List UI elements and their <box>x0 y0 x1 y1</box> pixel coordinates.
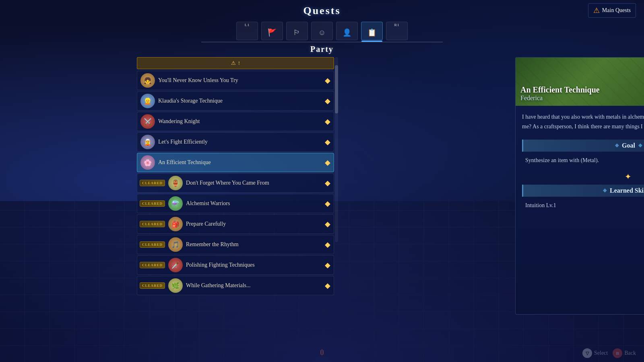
tab-r1-label: R1 <box>394 23 400 27</box>
flag1-icon: 🚩 <box>268 28 277 37</box>
page-title: Quests <box>303 5 341 16</box>
goal-label: Goal <box>622 142 635 149</box>
tab-l1-label: L1 <box>245 23 250 27</box>
main-container: Quests L1 🚩 🏳 ☺ 👤 📋 R1 Party <box>0 0 644 362</box>
scrollbar-thumb[interactable] <box>335 65 338 113</box>
detail-description: I have heard that you also work with met… <box>522 112 644 132</box>
tab-face[interactable]: ☺ <box>311 22 333 40</box>
quest-item-2[interactable]: 👱 Klaudia's Storage Technique ◆ <box>137 91 334 111</box>
warning-banner: ⚠ ! <box>137 57 334 69</box>
flag2-icon: 🏳 <box>293 29 301 37</box>
cleared-badge-9: CLEARED <box>140 241 165 248</box>
quest-item-10[interactable]: CLEARED 🗡️ Polishing Fighting Techniques… <box>137 255 334 275</box>
warning-text: ! <box>238 60 240 66</box>
quest-item-8[interactable]: CLEARED 🎒 Prepare Carefully ◆ <box>137 214 334 234</box>
quest-gem-7: ◆ <box>325 199 330 208</box>
quest-gem-4: ◆ <box>325 138 330 146</box>
nav-tabs: L1 🚩 🏳 ☺ 👤 📋 R1 <box>201 22 443 42</box>
quest-gem-6: ◆ <box>325 179 330 187</box>
quest-gem-8: ◆ <box>325 220 330 228</box>
skill-section-header: Learned Skill <box>522 185 644 197</box>
skill-label: Learned Skill <box>610 187 644 194</box>
quest-avatar-7: ⚗️ <box>168 196 183 211</box>
quest-name-9: Remember the Rhythm <box>186 241 325 248</box>
quest-gem-9: ◆ <box>325 240 330 249</box>
detail-char-name: Federica <box>520 95 600 102</box>
quest-name-8: Prepare Carefully <box>186 221 325 227</box>
face-icon: ☺ <box>318 29 326 37</box>
quest-item-11[interactable]: CLEARED 🌿 While Gathering Materials... ◆ <box>137 276 334 295</box>
quest-avatar-6: 🏺 <box>168 176 183 190</box>
detail-header-image: An Efficient Technique Federica <box>516 58 644 106</box>
quest-item-3[interactable]: ⚔️ Wandering Knight ◆ <box>137 112 334 131</box>
detail-quest-name: An Efficient Technique <box>520 85 600 95</box>
quest-avatar-8: 🎒 <box>168 217 183 231</box>
cleared-badge-11: CLEARED <box>140 282 165 289</box>
goal-row: Synthesize an item with (Metal). 0/ 5 <box>522 156 644 165</box>
quest-gem-11: ◆ <box>325 281 330 290</box>
tab-r1[interactable]: R1 <box>386 22 408 40</box>
quest-item-4[interactable]: 🧝 Let's Fight Efficiently ◆ <box>137 132 334 152</box>
quest-gem-2: ◆ <box>325 97 330 105</box>
quest-name-10: Polishing Fighting Techniques <box>186 262 325 268</box>
cleared-badge-7: CLEARED <box>140 200 165 207</box>
quest-gem-10: ◆ <box>325 261 330 269</box>
detail-title-area: An Efficient Technique Federica <box>520 85 600 102</box>
quest-avatar-11: 🌿 <box>168 278 183 293</box>
quest-list: ⚠ ! 👧 You'll Never Know Unless You Try ◆… <box>137 57 334 296</box>
quest-name-2: Klaudia's Storage Technique <box>158 98 325 104</box>
tab-flag2[interactable]: 🏳 <box>286 22 308 40</box>
learned-skill-name: Intuition Lv.1 <box>522 201 644 210</box>
quest-name-7: Alchemist Warriors <box>186 200 325 207</box>
quest-avatar-4: 🧝 <box>140 135 155 149</box>
quest-avatar-2: 👱 <box>140 94 155 108</box>
quest-item-5[interactable]: 🌸 An Efficient Technique ◆ <box>137 153 334 172</box>
quest-gem-5: ◆ <box>325 158 330 167</box>
goal-section-header: Goal <box>522 140 644 152</box>
quest-name-1: You'll Never Know Unless You Try <box>158 77 325 84</box>
detail-panel: An Efficient Technique Federica I have h… <box>515 57 644 315</box>
document-icon: 📋 <box>367 28 376 37</box>
person-icon: 👤 <box>343 28 351 37</box>
cleared-badge-10: CLEARED <box>140 262 165 268</box>
tab-flag1[interactable]: 🚩 <box>261 22 283 40</box>
quest-avatar-1: 👧 <box>140 73 155 88</box>
quest-item-6[interactable]: CLEARED 🏺 Don't Forget Where You Came Fr… <box>137 173 334 193</box>
quest-name-3: Wandering Knight <box>158 118 325 125</box>
quest-avatar-3: ⚔️ <box>140 114 155 129</box>
category-label: Party <box>310 45 334 54</box>
quest-panel: ⚠ ! 👧 You'll Never Know Unless You Try ◆… <box>137 57 507 296</box>
quest-name-6: Don't Forget Where You Came From <box>186 180 325 186</box>
quest-item-1[interactable]: 👧 You'll Never Know Unless You Try ◆ <box>137 71 334 90</box>
tab-person[interactable]: 👤 <box>336 22 358 40</box>
quest-item-7[interactable]: CLEARED ⚗️ Alchemist Warriors ◆ <box>137 194 334 213</box>
quest-gem-1: ◆ <box>325 76 330 85</box>
quest-avatar-5: 🌸 <box>140 155 155 170</box>
detail-body: I have heard that you also work with met… <box>516 106 644 217</box>
cleared-badge-6: CLEARED <box>140 180 165 186</box>
quest-gem-3: ◆ <box>325 117 330 126</box>
warning-icon: ⚠ <box>231 60 236 66</box>
quest-avatar-10: 🗡️ <box>168 258 183 272</box>
quest-name-11: While Gathering Materials... <box>186 282 325 289</box>
tab-document[interactable]: 📋 <box>361 22 383 40</box>
scrollbar-track[interactable] <box>335 57 338 242</box>
goal-text: Synthesize an item with (Metal). <box>525 157 599 164</box>
cleared-badge-8: CLEARED <box>140 221 165 227</box>
quest-item-9[interactable]: CLEARED 🎵 Remember the Rhythm ◆ <box>137 235 334 254</box>
tab-l1[interactable]: L1 <box>236 22 258 40</box>
divider-diamond: ✦ <box>522 172 644 181</box>
title-bar: Quests <box>0 0 644 17</box>
quest-avatar-9: 🎵 <box>168 237 183 252</box>
quest-name-4: Let's Fight Efficiently <box>158 139 325 145</box>
quest-name-5: An Efficient Technique <box>158 159 325 166</box>
